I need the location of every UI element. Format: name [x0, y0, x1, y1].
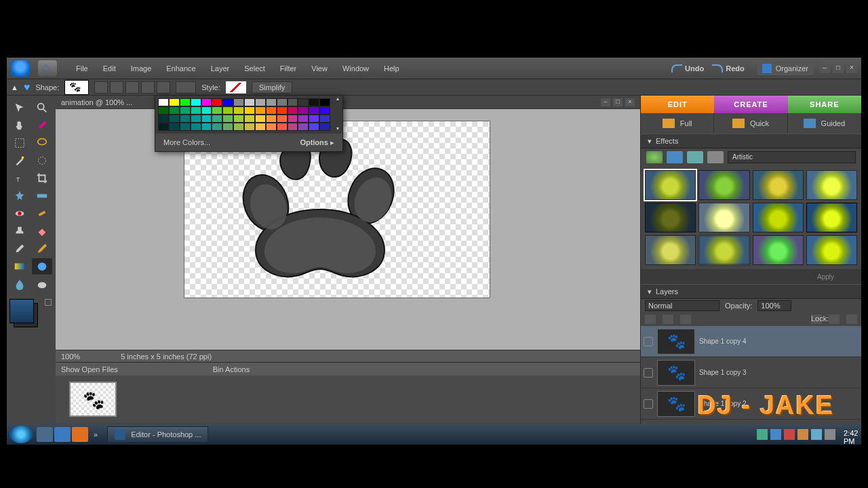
bin-thumbnail[interactable]: [69, 382, 117, 417]
color-swatch[interactable]: [233, 115, 244, 123]
color-swatch[interactable]: [222, 106, 233, 115]
color-swatch[interactable]: [191, 123, 201, 131]
fx-layer-icon[interactable]: [663, 314, 673, 324]
doc-minimize-icon[interactable]: –: [601, 98, 610, 106]
visibility-icon[interactable]: [644, 368, 653, 378]
crop-tool-icon[interactable]: [32, 170, 52, 186]
menu-help[interactable]: Help: [377, 62, 406, 75]
effect-thumb[interactable]: [806, 235, 857, 265]
color-swatches[interactable]: [9, 299, 53, 333]
eyedropper-tool-icon[interactable]: [32, 117, 52, 134]
opacity-input[interactable]: 100%: [757, 300, 791, 311]
volume-icon[interactable]: [825, 429, 835, 440]
color-swatch[interactable]: [201, 98, 212, 106]
layer-row[interactable]: 🐾 Shape 1 copy 4: [641, 326, 861, 357]
tab-create[interactable]: CREATE: [714, 96, 787, 113]
color-swatch[interactable]: [158, 115, 169, 123]
menu-window[interactable]: Window: [336, 62, 376, 75]
picker-options-button[interactable]: Options ▸: [300, 138, 334, 147]
effect-thumb[interactable]: [698, 203, 749, 232]
simplify-button[interactable]: Simplify: [252, 81, 293, 94]
color-swatch[interactable]: [191, 98, 201, 106]
fx-layer-icon[interactable]: [667, 151, 683, 163]
tray-icon[interactable]: [770, 429, 781, 440]
zoom-level[interactable]: 100%: [61, 352, 80, 361]
subtab-quick[interactable]: Quick: [714, 113, 787, 134]
color-swatch[interactable]: [298, 106, 309, 115]
color-swatch[interactable]: [277, 115, 288, 123]
color-swatch[interactable]: [233, 106, 244, 115]
move-tool-icon[interactable]: [9, 100, 30, 116]
color-swatch[interactable]: [319, 98, 330, 106]
tab-edit[interactable]: EDIT: [641, 96, 714, 113]
effects-category-select[interactable]: Artistic: [728, 151, 856, 163]
color-swatch[interactable]: [288, 123, 298, 131]
menu-file[interactable]: File: [69, 62, 95, 75]
effect-thumb[interactable]: [645, 170, 696, 200]
style-picker[interactable]: [226, 81, 246, 94]
quickselect-tool-icon[interactable]: [32, 152, 52, 169]
cookie-tool-icon[interactable]: [9, 188, 30, 204]
color-swatch[interactable]: [277, 98, 288, 106]
brush-tool-icon[interactable]: [9, 241, 30, 257]
color-swatch[interactable]: [266, 98, 277, 106]
blend-mode-select[interactable]: Normal: [645, 300, 719, 311]
menu-edit[interactable]: Edit: [96, 62, 123, 75]
more-colors-button[interactable]: More Colors...: [163, 138, 210, 146]
stamp-tool-icon[interactable]: [9, 223, 30, 239]
clock[interactable]: 2:42 PM: [844, 429, 854, 440]
new-layer-icon[interactable]: [645, 314, 656, 324]
color-swatch[interactable]: [298, 98, 309, 106]
color-well[interactable]: [176, 81, 196, 94]
color-swatch[interactable]: [180, 98, 191, 106]
color-swatch[interactable]: [191, 106, 201, 115]
color-swatch[interactable]: [255, 123, 266, 131]
color-swatch[interactable]: [288, 98, 298, 106]
color-swatch[interactable]: [255, 106, 266, 115]
color-swatch[interactable]: [266, 115, 277, 123]
lock-all-icon[interactable]: [846, 314, 857, 324]
color-swatch[interactable]: [180, 115, 191, 123]
geom-opt-2[interactable]: [110, 81, 123, 94]
menu-select[interactable]: Select: [237, 62, 272, 75]
effect-thumb[interactable]: [806, 203, 857, 232]
color-swatch[interactable]: [255, 98, 266, 106]
paw-shape[interactable]: [218, 128, 422, 291]
quicklaunch-icon[interactable]: [72, 427, 88, 442]
eraser-tool-icon[interactable]: [32, 223, 52, 239]
color-swatch[interactable]: [201, 106, 212, 115]
effect-thumb[interactable]: [645, 235, 696, 265]
swap-colors-icon[interactable]: [45, 299, 52, 306]
fx-photo-icon[interactable]: [687, 151, 703, 163]
organizer-button[interactable]: Organizer: [757, 62, 814, 75]
close-button[interactable]: ×: [846, 64, 857, 73]
geom-opt-3[interactable]: [125, 81, 139, 94]
layers-header[interactable]: ▾Layers: [641, 284, 861, 299]
menu-image[interactable]: Image: [124, 62, 159, 75]
effect-thumb[interactable]: [753, 170, 804, 200]
doc-maximize-icon[interactable]: □: [613, 98, 623, 106]
color-swatch[interactable]: [319, 123, 330, 131]
tray-icon[interactable]: [757, 429, 768, 440]
minimize-button[interactable]: –: [819, 64, 830, 73]
color-swatch[interactable]: [277, 123, 288, 131]
lock-pixels-icon[interactable]: [829, 314, 840, 324]
subtab-guided[interactable]: Guided: [788, 113, 861, 134]
color-swatch[interactable]: [212, 123, 222, 131]
color-swatch[interactable]: [244, 106, 255, 115]
hand-tool-icon[interactable]: [9, 117, 30, 134]
color-swatch[interactable]: [298, 123, 309, 131]
color-swatch[interactable]: [309, 106, 319, 115]
effects-apply-button[interactable]: Apply: [641, 269, 861, 284]
show-open-files[interactable]: Show Open Files: [61, 365, 118, 373]
zoom-tool-icon[interactable]: [32, 100, 52, 116]
color-swatch[interactable]: [309, 115, 319, 123]
tray-icon[interactable]: [784, 429, 795, 440]
color-swatch[interactable]: [319, 106, 330, 115]
pencil-tool-icon[interactable]: [32, 241, 52, 257]
color-swatch[interactable]: [309, 98, 319, 106]
shape-tool-icon[interactable]: [32, 258, 52, 274]
layer-name[interactable]: Shape 1 copy 4: [699, 338, 747, 345]
color-swatch[interactable]: [244, 115, 255, 123]
color-swatch[interactable]: [169, 98, 180, 106]
